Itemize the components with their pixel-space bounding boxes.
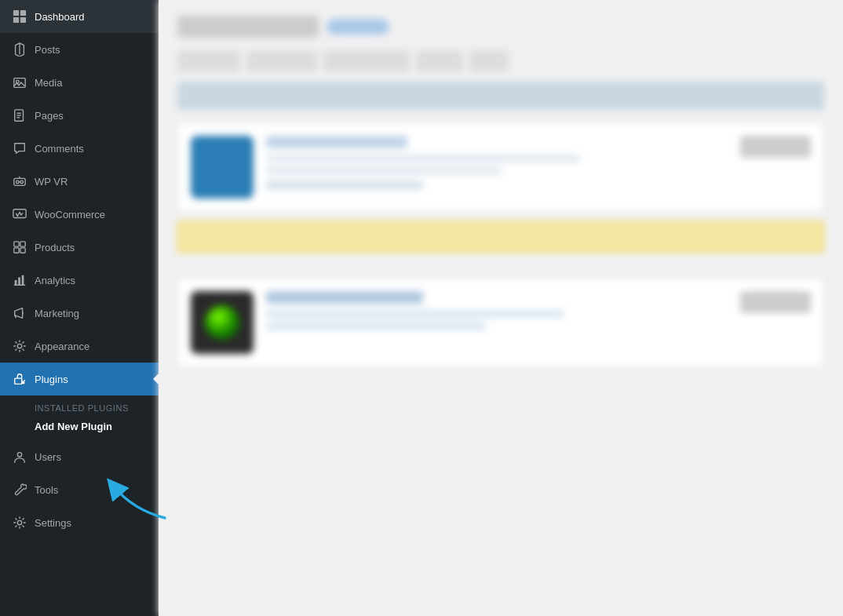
sidebar-item-settings-label: Settings (35, 517, 71, 529)
installed-plugins-label: Installed Plugins (0, 399, 159, 416)
page-title-area (177, 16, 824, 38)
sidebar-item-tools-label: Tools (35, 484, 58, 496)
svg-rect-16 (14, 248, 19, 253)
sidebar-item-products-label: Products (35, 242, 75, 253)
sidebar-item-tools[interactable]: Tools (0, 473, 159, 506)
svg-rect-19 (15, 280, 17, 285)
svg-rect-21 (22, 275, 24, 286)
woocommerce-icon (11, 206, 28, 223)
sidebar-item-users-label: Users (35, 451, 61, 463)
plugin-info-1 (266, 136, 728, 189)
svg-point-25 (17, 520, 21, 524)
plugin-action-btn-2 (740, 291, 811, 313)
marketing-icon (11, 304, 28, 322)
svg-rect-23 (15, 378, 22, 384)
plugin-actions-1 (740, 136, 811, 158)
plugin-icon-dark (191, 291, 254, 354)
sidebar-item-media-label: Media (35, 77, 62, 89)
comments-icon (11, 140, 28, 157)
sidebar-item-woocommerce-label: WooCommerce (35, 209, 105, 221)
plugin-action-btn-1 (740, 136, 811, 158)
plugin-actions-2 (740, 291, 811, 313)
analytics-icon (11, 272, 28, 289)
sidebar-item-appearance-label: Appearance (35, 341, 89, 352)
svg-rect-4 (14, 78, 25, 88)
sidebar-item-users[interactable]: Users (0, 440, 159, 473)
svg-rect-2 (13, 17, 19, 23)
svg-point-12 (20, 180, 24, 184)
plugins-icon (11, 370, 28, 388)
sidebar-item-pages-label: Pages (35, 110, 64, 122)
sidebar-item-plugins[interactable]: Plugins (0, 363, 159, 395)
svg-rect-17 (20, 248, 25, 253)
sidebar-item-comments[interactable]: Comments (0, 132, 159, 165)
svg-rect-1 (20, 10, 26, 16)
svg-rect-13 (13, 210, 26, 218)
svg-rect-14 (14, 242, 19, 246)
sidebar-item-wpvr-label: WP VR (35, 176, 68, 188)
update-notice (177, 221, 824, 253)
plugin-desc-2 (266, 167, 502, 175)
svg-rect-20 (18, 277, 20, 285)
sidebar-item-settings[interactable]: Settings (0, 506, 159, 539)
pages-icon (11, 107, 28, 124)
plugin-desc-1 (266, 155, 580, 162)
products-icon (11, 239, 28, 256)
svg-rect-15 (20, 242, 25, 246)
media-icon (11, 74, 28, 91)
search-bar-area (177, 82, 824, 110)
plugin-info-2 (266, 291, 728, 330)
main-content (159, 0, 843, 616)
filters-row (177, 50, 824, 72)
plugin-icon-blue (191, 136, 254, 199)
svg-rect-0 (13, 10, 19, 16)
sidebar-item-woocommerce[interactable]: WooCommerce (0, 198, 159, 231)
sidebar-item-marketing[interactable]: Marketing (0, 297, 159, 330)
sidebar-item-products[interactable]: Products (0, 231, 159, 264)
sidebar-item-comments-label: Comments (35, 143, 84, 155)
svg-rect-3 (20, 17, 26, 23)
sidebar-item-posts[interactable]: Posts (0, 33, 159, 66)
dashboard-icon (11, 8, 28, 25)
plugin-card-2 (177, 278, 824, 367)
sidebar-item-pages[interactable]: Pages (0, 99, 159, 132)
svg-point-11 (16, 180, 20, 184)
plugin-name-1 (266, 136, 407, 148)
wpvr-icon (11, 173, 28, 190)
users-icon (11, 448, 28, 465)
plugins-submenu: Installed Plugins Add New Plugin (0, 395, 159, 440)
sidebar: Dashboard Posts Media (0, 0, 159, 616)
posts-icon (11, 41, 28, 58)
sidebar-item-media[interactable]: Media (0, 66, 159, 99)
tools-icon (11, 481, 28, 498)
sidebar-item-posts-label: Posts (35, 44, 60, 56)
sidebar-item-appearance[interactable]: Appearance (0, 330, 159, 363)
settings-icon (11, 514, 28, 531)
svg-point-24 (17, 453, 21, 457)
sidebar-item-plugins-label: Plugins (35, 374, 68, 385)
sidebar-item-marketing-label: Marketing (35, 308, 79, 319)
svg-point-22 (17, 344, 21, 348)
green-orb (205, 305, 239, 340)
add-new-plugin-link[interactable]: Add New Plugin (0, 416, 159, 437)
sidebar-item-analytics[interactable]: Analytics (0, 264, 159, 297)
appearance-icon (11, 337, 28, 355)
sidebar-item-dashboard[interactable]: Dashboard (0, 0, 159, 33)
sidebar-item-wpvr[interactable]: WP VR (0, 165, 159, 198)
sidebar-item-analytics-label: Analytics (35, 275, 75, 286)
plugin-card-1 (177, 122, 824, 212)
sidebar-item-dashboard-label: Dashboard (35, 11, 85, 23)
